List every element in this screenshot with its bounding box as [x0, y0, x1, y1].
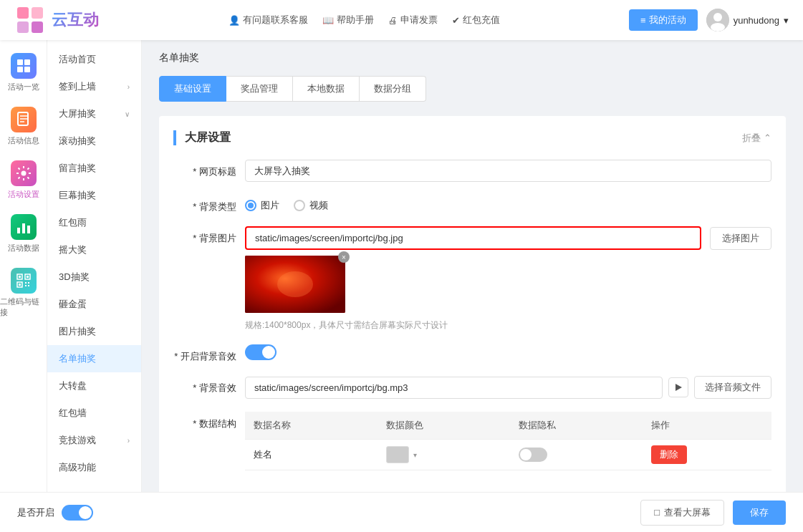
- delete-row-button[interactable]: 删除: [651, 445, 687, 464]
- radio-video[interactable]: 视频: [294, 199, 328, 212]
- menu-item-turntable[interactable]: 大转盘: [47, 372, 141, 400]
- qr-icon: [11, 268, 37, 294]
- cell-color: ▾: [378, 440, 510, 470]
- menu-item-advanced[interactable]: 高级功能: [47, 454, 141, 481]
- logo: 云互动: [14, 4, 99, 36]
- svg-rect-19: [27, 226, 30, 233]
- menu-item-redrain[interactable]: 红包雨: [47, 209, 141, 236]
- sidebar-item-qr-link[interactable]: 二维码与链接: [0, 262, 47, 324]
- breadcrumb: 名单抽奖: [159, 52, 786, 64]
- sidebar-item-activity-settings[interactable]: 活动设置: [0, 155, 47, 205]
- webpage-title-input[interactable]: [245, 160, 771, 182]
- background-image-row: * 背景图片 static/images/screen/importcj/bg.…: [173, 226, 771, 332]
- avatar: [706, 9, 729, 32]
- bg-image-row: static/images/screen/importcj/bg.jpg 选择图…: [245, 226, 771, 250]
- bg-image-input-wrapper: static/images/screen/importcj/bg.jpg: [245, 226, 701, 250]
- table-header-row: 数据名称 数据颜色 数据隐私 操作: [245, 412, 771, 440]
- menu-item-bigscreen[interactable]: 大屏抽奖 ∨: [47, 100, 141, 127]
- doc-icon: [11, 107, 37, 132]
- radio-image[interactable]: 图片: [245, 199, 279, 212]
- color-swatch[interactable]: [386, 446, 409, 463]
- image-preview-close-button[interactable]: ×: [338, 251, 350, 263]
- sidebar-label-activity-settings: 活动设置: [8, 189, 39, 200]
- play-icon: [674, 383, 683, 392]
- svg-rect-26: [25, 282, 27, 284]
- my-activity-button[interactable]: ≡ 我的活动: [629, 9, 698, 31]
- bg-sound-toggle[interactable]: [245, 344, 277, 360]
- sidebar-menu: 活动首页 签到上墙 › 大屏抽奖 ∨ 滚动抽奖 留言抽奖 巨幕抽奖 红包雨 摇大…: [47, 40, 142, 492]
- header: 云互动 👤 有问题联系客服 📖 帮助手册 🖨 申请发票 ✔ 红包充值 ≡ 我的活…: [0, 0, 803, 40]
- select-image-button[interactable]: 选择图片: [710, 227, 771, 250]
- header-nav: 👤 有问题联系客服 📖 帮助手册 🖨 申请发票 ✔ 红包充值: [229, 14, 500, 26]
- settings-panel: 大屏设置 折叠 ⌃ * 网页标题 * 背景类型: [159, 116, 786, 492]
- tab-data-group[interactable]: 数据分组: [360, 76, 426, 102]
- svg-rect-21: [19, 276, 21, 278]
- image-preview: [245, 256, 345, 313]
- menu-item-shakebig[interactable]: 摇大奖: [47, 236, 141, 263]
- nav-help[interactable]: 📖 帮助手册: [322, 14, 374, 26]
- menu-item-rolling[interactable]: 滚动抽奖: [47, 127, 141, 155]
- svg-rect-23: [27, 276, 29, 278]
- menu-item-photo[interactable]: 图片抽奖: [47, 318, 141, 345]
- menu-item-message[interactable]: 留言抽奖: [47, 155, 141, 182]
- menu-item-3d[interactable]: 3D抽奖: [47, 263, 141, 291]
- book-icon: 📖: [322, 15, 334, 26]
- enabled-toggle[interactable]: [62, 505, 93, 521]
- panel-collapse-button[interactable]: 折叠 ⌃: [742, 132, 771, 145]
- cell-action: 删除: [643, 440, 771, 470]
- radio-circle-video: [294, 200, 305, 211]
- menu-item-egg[interactable]: 砸金蛋: [47, 291, 141, 318]
- svg-rect-17: [17, 228, 20, 233]
- chevron-right-icon: ›: [128, 437, 130, 445]
- header-right: ≡ 我的活动 yunhudong ▾: [629, 9, 789, 32]
- menu-item-game[interactable]: 竞技游戏 ›: [47, 427, 141, 454]
- svg-rect-2: [32, 7, 43, 19]
- sidebar-item-activity-list[interactable]: 活动一览: [0, 47, 47, 98]
- chevron-down-icon: ▾: [784, 15, 789, 26]
- audio-row: 选择音频文件: [245, 376, 771, 399]
- radio-circle-image: [245, 200, 256, 211]
- menu-item-namelist[interactable]: 名单抽奖: [47, 345, 141, 372]
- user-info[interactable]: yunhudong ▾: [706, 9, 789, 32]
- tab-basic-settings[interactable]: 基础设置: [159, 76, 226, 102]
- nav-customer-service[interactable]: 👤 有问题联系客服: [229, 14, 308, 26]
- table-row: 姓名 ▾: [245, 440, 771, 470]
- screen-icon: □: [654, 507, 660, 518]
- svg-point-16: [21, 171, 26, 176]
- data-structure-content: 数据名称 数据颜色 数据隐私 操作 姓名: [245, 412, 771, 470]
- menu-item-home[interactable]: 活动首页: [47, 46, 141, 73]
- audio-file-input[interactable]: [245, 377, 663, 399]
- grid-icon: [11, 53, 37, 79]
- nav-invoice[interactable]: 🖨 申请发票: [388, 14, 438, 26]
- audio-play-button[interactable]: [668, 377, 688, 397]
- menu-item-redwall[interactable]: 红包墙: [47, 400, 141, 427]
- image-preview-wrap: ×: [245, 256, 345, 313]
- bg-sound-toggle-label: * 开启背景音效: [173, 344, 245, 363]
- select-audio-button[interactable]: 选择音频文件: [694, 376, 771, 399]
- panel-header: 大屏设置 折叠 ⌃: [173, 130, 771, 145]
- svg-rect-9: [24, 59, 30, 65]
- col-action: 操作: [643, 412, 771, 440]
- background-type-content: 图片 视频: [245, 195, 771, 212]
- logo-text: 云互动: [52, 9, 99, 31]
- svg-rect-8: [17, 59, 23, 65]
- person-icon: 👤: [229, 15, 240, 26]
- sidebar-icons: 活动一览 活动信息 活动设置 活动数据 二维码与: [0, 40, 47, 492]
- menu-item-signin[interactable]: 签到上墙 ›: [47, 73, 141, 100]
- tab-local-data[interactable]: 本地数据: [293, 76, 360, 102]
- svg-rect-29: [28, 285, 29, 286]
- redpacket-icon: ✔: [452, 15, 460, 26]
- view-screen-button[interactable]: □ 查看大屏幕: [640, 500, 724, 526]
- col-name: 数据名称: [245, 412, 378, 440]
- svg-rect-18: [22, 223, 25, 233]
- save-button[interactable]: 保存: [733, 500, 786, 525]
- menu-item-giant[interactable]: 巨幕抽奖: [47, 182, 141, 209]
- chart-icon: [11, 214, 37, 240]
- tabs: 基础设置 奖品管理 本地数据 数据分组: [159, 76, 786, 102]
- tab-prize-management[interactable]: 奖品管理: [226, 76, 293, 102]
- sidebar-item-activity-data[interactable]: 活动数据: [0, 208, 47, 259]
- privacy-toggle[interactable]: [519, 448, 547, 462]
- sidebar-item-activity-info[interactable]: 活动信息: [0, 101, 47, 152]
- main-layout: 活动一览 活动信息 活动设置 活动数据 二维码与: [0, 40, 803, 492]
- nav-redpacket[interactable]: ✔ 红包充值: [452, 14, 500, 26]
